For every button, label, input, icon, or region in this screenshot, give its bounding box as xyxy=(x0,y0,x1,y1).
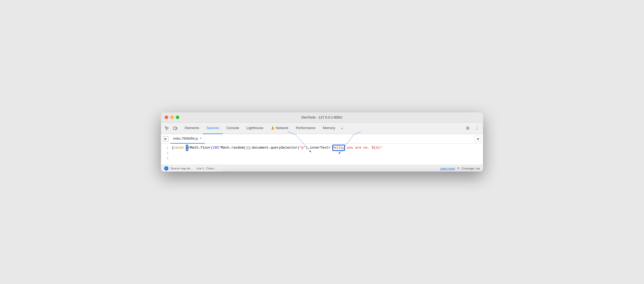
status-right: Learn more ✕ Coverage: n/a xyxy=(440,167,480,170)
code-line-2: 2 xyxy=(161,150,483,156)
status-left: i Source map de… xyxy=(164,166,193,171)
svg-rect-0 xyxy=(173,127,176,130)
devtools-toolbar-right: ⚙ ⋮ xyxy=(464,125,481,132)
outer-code-area: 1 {const e=Math.floor(101*Math.random())… xyxy=(161,144,483,165)
tab-console[interactable]: Console xyxy=(223,122,243,134)
status-position: Line 1, Colum… xyxy=(196,167,217,170)
coverage-label: Coverage: n/a xyxy=(462,167,480,170)
tab-network[interactable]: ⚠️ Network xyxy=(267,122,292,134)
outer-file-tab-name: index.7808df6e.js xyxy=(173,137,198,140)
close-button[interactable] xyxy=(165,116,168,119)
source-map-text: Source map de… xyxy=(171,167,193,170)
outer-title-bar: DevTools - 127.0.0.1:8081/ xyxy=(161,112,483,122)
traffic-lights xyxy=(165,116,179,119)
outer-file-tabbar: ▶ index.7808df6e.js ✕ ◀ xyxy=(161,134,483,144)
settings-gear-icon[interactable]: ⚙ xyxy=(464,125,471,132)
learn-more-link[interactable]: Learn more xyxy=(440,167,455,170)
svg-rect-1 xyxy=(176,127,177,129)
outer-devtools-tabbar: Elements Sources Console Lighthouse ⚠️ N… xyxy=(161,122,483,134)
outer-devtools-window: DevTools - 127.0.0.1:8081/ Elements Sour xyxy=(161,112,483,172)
info-icon: i xyxy=(164,166,168,171)
tab-lighthouse[interactable]: Lighthouse xyxy=(243,122,267,134)
file-panel-toggle[interactable]: ▶ xyxy=(163,136,168,141)
outer-file-tab[interactable]: index.7808df6e.js ✕ xyxy=(171,134,205,144)
code-line-3: 3 xyxy=(161,156,483,161)
inspect-element-icon[interactable] xyxy=(163,125,171,132)
tab-elements[interactable]: Elements xyxy=(181,122,203,134)
outer-file-tab-close[interactable]: ✕ xyxy=(200,137,202,140)
outer-status-bar: i Source map de… Line 1, Colum… Learn mo… xyxy=(161,165,483,172)
network-warning-icon: ⚠️ xyxy=(271,126,275,130)
tabs-more-button[interactable]: » xyxy=(339,126,345,130)
file-tab-right-actions: ◀ xyxy=(475,136,481,142)
code-line-1: 1 {const e=Math.floor(101*Math.random())… xyxy=(161,145,483,150)
device-toggle-icon[interactable] xyxy=(172,125,179,132)
devtools-tabs: Elements Sources Console Lighthouse ⚠️ N… xyxy=(181,122,464,134)
more-options-icon[interactable]: ⋮ xyxy=(473,125,481,132)
minimize-button[interactable] xyxy=(170,116,174,119)
panel-collapse-icon[interactable]: ◀ xyxy=(475,136,481,142)
devtools-nav-icons xyxy=(163,125,179,132)
tab-memory[interactable]: Memory xyxy=(319,122,339,134)
window-title: DevTools - 127.0.0.1:8081/ xyxy=(301,115,342,119)
tab-performance[interactable]: Performance xyxy=(292,122,319,134)
maximize-button[interactable] xyxy=(176,116,179,119)
tab-sources[interactable]: Sources xyxy=(203,122,223,134)
